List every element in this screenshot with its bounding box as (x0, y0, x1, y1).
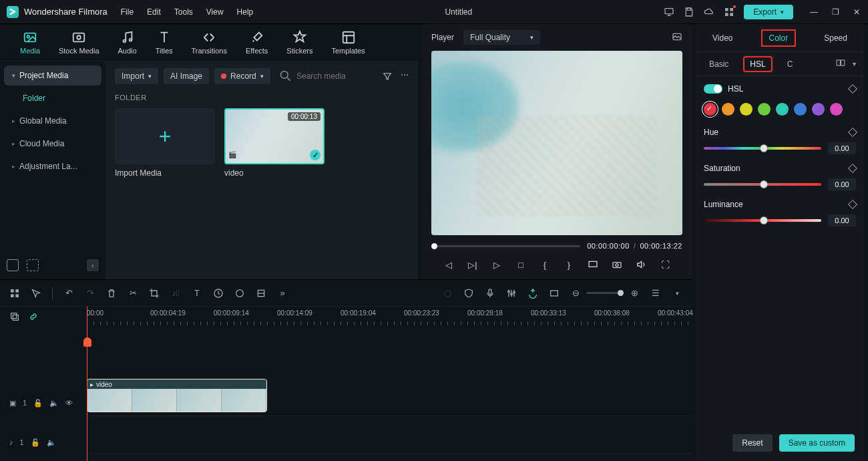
snapshot-settings-icon[interactable] (672, 31, 682, 44)
sidebar-folder[interactable]: Folder (4, 88, 101, 108)
minimize-icon[interactable]: — (809, 7, 819, 17)
media-thumb-video[interactable]: 00:00:13 🎬 ✓ video (224, 108, 324, 178)
mixer-icon[interactable] (506, 288, 517, 299)
tab-speed[interactable]: Speed (819, 31, 853, 45)
menu-file[interactable]: File (121, 7, 134, 17)
preview-scrubber[interactable] (431, 245, 580, 247)
list-view-icon[interactable]: ☰ (650, 288, 661, 299)
play-icon[interactable]: ▷ (491, 259, 502, 270)
collapse-sidebar-icon[interactable]: ‹ (87, 259, 99, 271)
playhead[interactable] (87, 307, 87, 461)
snapshot-icon[interactable] (612, 259, 622, 270)
more-tl-icon[interactable]: » (277, 288, 288, 299)
track-layers-icon[interactable] (9, 311, 20, 324)
play-in-icon[interactable]: ▷| (467, 259, 478, 270)
tab-media[interactable]: Media (20, 30, 40, 55)
eye-icon[interactable]: 👁 (65, 399, 73, 407)
new-folder-icon[interactable] (7, 259, 19, 271)
hue-value[interactable]: 0.00 (828, 142, 856, 154)
sidebar-global-media[interactable]: ▸Global Media (4, 111, 101, 131)
timeline-tracks[interactable]: 00:0000:00:04:1900:00:09:1400:00:14:0900… (87, 307, 692, 461)
speed-icon[interactable] (213, 288, 224, 299)
sidebar-project-media[interactable]: ▾Project Media (4, 65, 101, 86)
swatch-yellow[interactable] (740, 103, 752, 116)
subtab-hsl[interactable]: HSL (743, 56, 772, 72)
sidebar-cloud-media[interactable]: ▸Cloud Media (4, 134, 101, 154)
audio-mute-icon[interactable]: 🔈 (47, 438, 56, 447)
import-dropdown[interactable]: Import▾ (115, 68, 158, 84)
swatch-aqua[interactable] (776, 103, 789, 116)
monitor-icon[interactable] (664, 7, 674, 17)
volume-icon[interactable] (636, 259, 646, 270)
video-track[interactable]: ▸video (87, 375, 692, 416)
filter-icon[interactable] (382, 70, 393, 83)
redo-icon[interactable]: ↷ (85, 288, 95, 299)
cursor-icon[interactable] (31, 288, 41, 299)
mute-icon[interactable]: 🔈 (49, 399, 59, 408)
hue-keyframe-icon[interactable] (848, 128, 857, 137)
swatch-blue[interactable] (794, 103, 807, 116)
luminance-slider[interactable] (704, 219, 821, 222)
compare-icon[interactable] (835, 58, 846, 69)
text-icon[interactable]: T (192, 288, 202, 299)
cloud-icon[interactable] (704, 7, 714, 17)
preview-viewport[interactable] (431, 51, 682, 235)
hsl-toggle[interactable] (704, 84, 722, 94)
link-icon[interactable] (28, 311, 39, 324)
mic-icon[interactable] (485, 288, 495, 299)
ai-image-button[interactable]: AI Image (164, 68, 209, 84)
saturation-slider[interactable] (704, 183, 821, 186)
color-tl-icon[interactable] (234, 288, 245, 299)
lum-keyframe-icon[interactable] (848, 200, 857, 209)
saturation-value[interactable]: 0.00 (828, 178, 856, 190)
quality-dropdown[interactable]: Full Quality▾ (463, 30, 540, 45)
search-input[interactable] (296, 71, 377, 81)
subtab-basic[interactable]: Basic (704, 57, 734, 71)
frame-icon[interactable] (549, 288, 560, 299)
stop-icon[interactable]: □ (515, 259, 526, 270)
keyframe-icon[interactable] (848, 84, 857, 94)
tab-stock-media[interactable]: Stock Media (59, 30, 99, 55)
shield-icon[interactable] (463, 288, 474, 299)
tab-audio[interactable]: Audio (118, 30, 137, 55)
tl-dropdown-icon[interactable]: ▾ (672, 288, 682, 299)
tab-color[interactable]: Color (761, 29, 797, 47)
apps-icon[interactable] (724, 7, 734, 17)
audio-lock-icon[interactable]: 🔓 (31, 438, 40, 447)
swatch-red[interactable] (704, 103, 716, 116)
save-custom-button[interactable]: Save as custom (779, 434, 855, 452)
mark-out-icon[interactable]: } (564, 259, 574, 270)
tab-video[interactable]: Video (707, 31, 738, 45)
audio-track[interactable] (87, 416, 692, 454)
swatch-purple[interactable] (812, 103, 825, 116)
swatch-magenta[interactable] (830, 103, 843, 116)
menu-tools[interactable]: Tools (174, 7, 193, 17)
maximize-icon[interactable]: ❐ (831, 7, 840, 17)
menu-help[interactable]: Help (237, 7, 254, 17)
lock-icon[interactable]: 🔓 (33, 399, 43, 408)
music-off-icon[interactable]: ♪⃠ (170, 288, 181, 299)
hue-slider[interactable] (704, 147, 821, 150)
search-media[interactable] (278, 69, 377, 83)
tab-templates[interactable]: Templates (331, 30, 365, 55)
subtab-curves[interactable]: C (782, 57, 799, 71)
tab-titles[interactable]: Titles (156, 30, 173, 55)
split-icon[interactable]: ✂ (128, 288, 138, 299)
sidebar-adjustment-layer[interactable]: ▸Adjustment La... (4, 156, 101, 176)
new-bin-icon[interactable] (27, 259, 39, 271)
tab-stickers[interactable]: Stickers (286, 30, 312, 55)
timeline-clip[interactable]: ▸video (87, 379, 267, 412)
sat-keyframe-icon[interactable] (848, 164, 857, 173)
tab-effects[interactable]: Effects (246, 30, 268, 55)
tab-transitions[interactable]: Transitions (192, 30, 227, 55)
zoom-slider[interactable] (586, 292, 624, 294)
crop-icon[interactable] (149, 288, 160, 299)
delete-icon[interactable] (106, 288, 117, 299)
menu-view[interactable]: View (206, 7, 224, 17)
expand-icon[interactable]: ▾ (853, 60, 856, 67)
save-icon[interactable] (684, 7, 694, 17)
more-icon[interactable]: ⋯ (401, 70, 409, 83)
import-media-tile[interactable]: + Import Media (115, 108, 215, 178)
fullscreen-icon[interactable]: ⛶ (660, 259, 670, 270)
timeline-ruler[interactable]: 00:0000:00:04:1900:00:09:1400:00:14:0900… (87, 307, 692, 328)
